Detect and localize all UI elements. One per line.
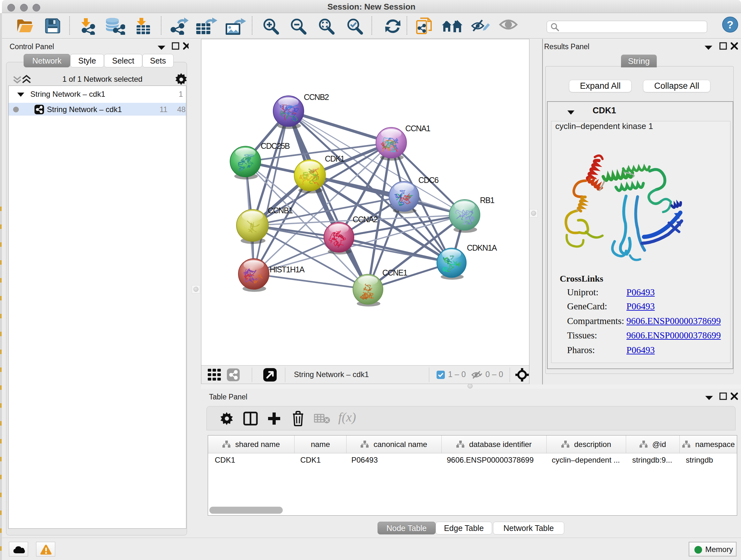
svg-text:CCNB2: CCNB2 xyxy=(304,92,329,102)
svg-text:CCNE1: CCNE1 xyxy=(382,268,407,277)
svg-text:?: ? xyxy=(727,18,734,30)
svg-text:CCNA1: CCNA1 xyxy=(405,124,430,133)
svg-text:CCNA2: CCNA2 xyxy=(353,215,378,224)
svg-text:CDKN1A: CDKN1A xyxy=(467,243,497,252)
svg-text:CCNB1: CCNB1 xyxy=(268,206,293,215)
svg-text:RB1: RB1 xyxy=(480,196,494,205)
svg-text:HIST1H1A: HIST1H1A xyxy=(270,265,305,274)
svg-text:CDK1: CDK1 xyxy=(325,154,345,163)
svg-text:CDC6: CDC6 xyxy=(418,176,439,185)
svg-text:CDC25B: CDC25B xyxy=(261,141,290,150)
